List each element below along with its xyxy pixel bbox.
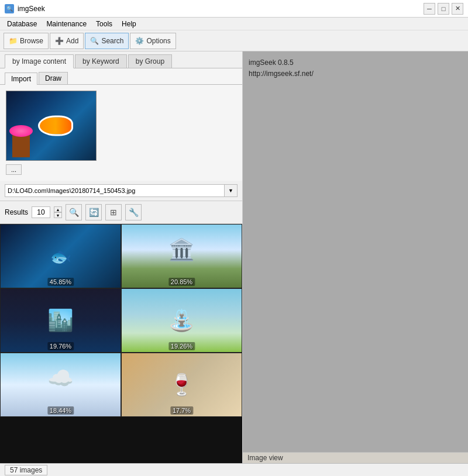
result-pct-6: 17.7% [170, 406, 193, 415]
options-icon: ⚙️ [135, 37, 144, 45]
result-item-2[interactable]: 20.85% [121, 224, 242, 288]
title-bar: 🔍 imgSeek ─ □ ✕ [0, 0, 468, 18]
browse-icon: 📁 [9, 37, 18, 45]
tab-by-image-content[interactable]: by Image content [5, 54, 74, 68]
tab-import[interactable]: Import [5, 73, 37, 85]
image-preview-box [6, 91, 97, 161]
status-bar: 57 images [0, 463, 468, 476]
browse-file-button[interactable]: ... [6, 164, 22, 175]
results-grid: 45.85% 20.85% 19.76% 19.26% 18.44% 17.7% [0, 224, 242, 463]
results-spinner: ▲ ▼ [54, 206, 62, 218]
options-button[interactable]: ⚙️ Options [130, 33, 176, 49]
search-button[interactable]: 🔍 Search [85, 33, 129, 49]
result-item-3[interactable]: 19.76% [0, 288, 121, 353]
result-item-6[interactable]: 17.7% [121, 353, 242, 417]
preview-image [6, 91, 96, 160]
import-draw-bar: Import Draw [0, 68, 242, 85]
images-count-status: 57 images [5, 465, 47, 475]
image-view-label: Image view [247, 454, 283, 462]
refresh-icon-btn[interactable]: 🔄 [85, 204, 102, 220]
options-label: Options [146, 37, 170, 45]
tab-draw[interactable]: Draw [39, 72, 68, 84]
result-item-5[interactable]: 18.44% [0, 353, 121, 417]
image-view-label-bar: Image view [243, 452, 468, 463]
file-path-dropdown[interactable]: ▼ [225, 184, 238, 197]
window-title: imgSeek [18, 5, 45, 13]
right-panel: imgSeek 0.8.5 http://imgseek.sf.net/ Ima… [243, 51, 468, 463]
menu-help[interactable]: Help [117, 19, 141, 29]
coral-fan [9, 125, 33, 137]
coral-decoration [12, 134, 30, 157]
title-bar-controls: ─ □ ✕ [424, 3, 463, 15]
result-pct-1: 45.85% [47, 278, 74, 286]
main-content: by Image content by Keyword by Group Imp… [0, 51, 468, 463]
grid-icon-btn[interactable]: ⊞ [105, 204, 122, 220]
result-pct-5: 18.44% [47, 406, 74, 415]
results-label: Results [5, 208, 28, 216]
results-toolbar: Results ▲ ▼ 🔍 🔄 ⊞ 🔧 [0, 201, 242, 224]
menu-bar: Database Maintenance Tools Help [0, 18, 468, 30]
fish-body [38, 116, 73, 136]
spin-up-button[interactable]: ▲ [54, 206, 62, 212]
image-preview-area: ... [0, 85, 242, 181]
browse-button[interactable]: 📁 Browse [4, 33, 49, 49]
search-label: Search [101, 37, 123, 45]
app-url: http://imgseek.sf.net/ [249, 68, 462, 80]
browse-label: Browse [20, 37, 43, 45]
close-button[interactable]: ✕ [452, 3, 463, 15]
add-icon: ➕ [55, 37, 64, 45]
add-label: Add [66, 37, 78, 45]
result-pct-4: 19.26% [168, 342, 195, 350]
main-toolbar: 📁 Browse ➕ Add 🔍 Search ⚙️ Options [0, 30, 468, 51]
tab-by-group[interactable]: by Group [128, 54, 172, 68]
left-panel: by Image content by Keyword by Group Imp… [0, 51, 243, 463]
image-view-area: imgSeek 0.8.5 http://imgseek.sf.net/ [243, 51, 468, 452]
maximize-button[interactable]: □ [438, 3, 449, 15]
search-icon: 🔍 [90, 37, 99, 45]
menu-tools[interactable]: Tools [91, 19, 117, 29]
app-icon: 🔍 [5, 4, 14, 13]
minimize-button[interactable]: ─ [424, 3, 435, 15]
menu-maintenance[interactable]: Maintenance [42, 19, 91, 29]
file-path-row: ▼ [5, 184, 238, 197]
tab-by-keyword[interactable]: by Keyword [75, 54, 127, 68]
title-bar-left: 🔍 imgSeek [5, 4, 45, 13]
result-item-4[interactable]: 19.26% [121, 288, 242, 353]
menu-database[interactable]: Database [2, 19, 42, 29]
results-count-input[interactable] [32, 206, 50, 218]
zoom-icon-btn[interactable]: 🔍 [66, 204, 82, 220]
add-button[interactable]: ➕ Add [50, 33, 84, 49]
main-tab-bar: by Image content by Keyword by Group [0, 51, 242, 68]
result-pct-3: 19.76% [47, 342, 74, 350]
app-name: imgSeek 0.8.5 [249, 57, 462, 68]
result-pct-2: 20.85% [168, 278, 195, 286]
app-info: imgSeek 0.8.5 http://imgseek.sf.net/ [249, 57, 462, 80]
result-item-1[interactable]: 45.85% [0, 224, 121, 288]
file-path-input[interactable] [5, 184, 225, 197]
spin-down-button[interactable]: ▼ [54, 212, 62, 218]
settings-icon-btn[interactable]: 🔧 [125, 204, 142, 220]
